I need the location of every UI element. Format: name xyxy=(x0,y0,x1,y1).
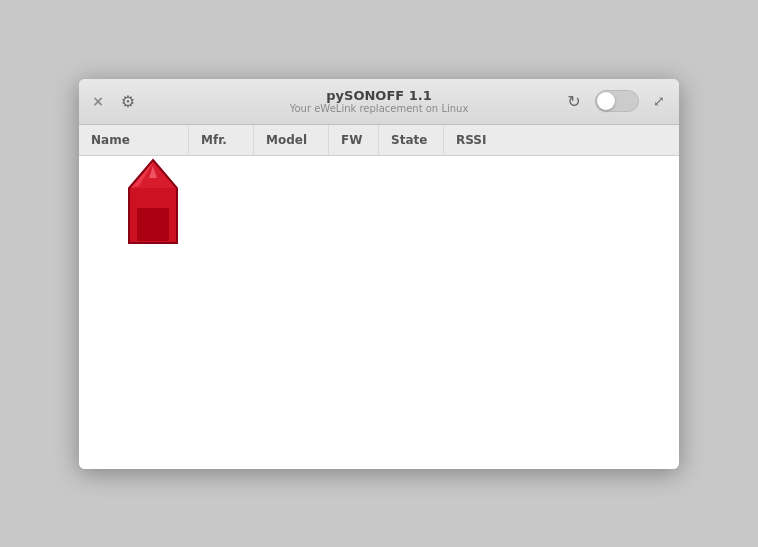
column-header-fw: FW xyxy=(329,125,379,155)
svg-rect-2 xyxy=(137,208,169,241)
refresh-button[interactable]: ↻ xyxy=(563,90,585,112)
titlebar-left-controls: × ⚙ xyxy=(89,90,139,112)
table-body xyxy=(79,156,679,469)
column-header-rssi: RSSI xyxy=(444,125,679,155)
main-window: × ⚙ pySONOFF 1.1 Your eWeLink replacemen… xyxy=(79,79,679,469)
column-header-model: Model xyxy=(254,125,329,155)
power-toggle[interactable] xyxy=(595,90,639,112)
titlebar: × ⚙ pySONOFF 1.1 Your eWeLink replacemen… xyxy=(79,79,679,125)
titlebar-right-controls: ↻ ⤢ xyxy=(563,90,669,112)
settings-button[interactable]: ⚙ xyxy=(117,90,139,112)
cursor-icon xyxy=(127,158,179,248)
column-header-name: Name xyxy=(79,125,189,155)
table-header: Name Mfr. Model FW State RSSI xyxy=(79,125,679,156)
column-header-state: State xyxy=(379,125,444,155)
titlebar-center: pySONOFF 1.1 Your eWeLink replacement on… xyxy=(290,88,469,114)
app-title: pySONOFF 1.1 xyxy=(290,88,469,103)
column-header-mfr: Mfr. xyxy=(189,125,254,155)
app-subtitle: Your eWeLink replacement on Linux xyxy=(290,103,469,114)
close-button[interactable]: × xyxy=(89,92,107,110)
expand-button[interactable]: ⤢ xyxy=(649,91,669,111)
